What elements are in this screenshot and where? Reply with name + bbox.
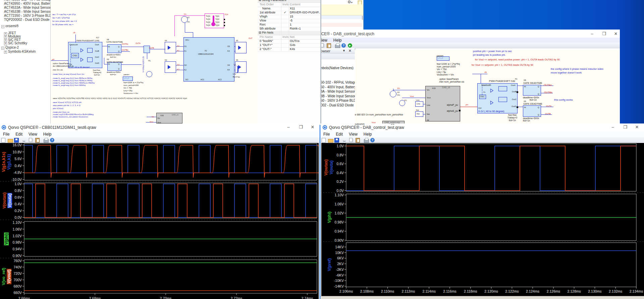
schematic-text: Voutcomm = Vin [123,92,138,94]
open-folder-icon[interactable] [328,138,333,143]
schematic-text: .lib CBB011M12GM4.lib [52,65,74,67]
sidebar-tree-item[interactable]: ACT4533A - Wide Input Sensorle [4,6,51,9]
waveform-traces [320,143,644,299]
paste-icon[interactable] [327,43,331,48]
collapse-icon[interactable]: − [1,25,4,28]
y-tick-label: 5.6V [14,157,22,161]
win2-maximize-button[interactable]: ❒ [601,31,607,37]
trace-label[interactable]: V(phi) [327,194,332,241]
menu-file[interactable]: File [320,132,333,137]
waveL-titlebar[interactable]: Qorvo QSPICE® - CBB011M12GM41_test6.qraw… [0,123,320,132]
schematic-text: deadtime=500n [523,117,539,119]
win2-minimize-button[interactable]: – [589,31,595,37]
schematic-text: .meas IL_avg2 avg I(L1) from 40/frq to 4… [52,80,92,82]
waveL-close-button[interactable]: ✕ [310,124,315,130]
waveR-close-button[interactable]: ✕ [634,124,640,130]
win2-toolbar: ✂?▶ [290,43,620,48]
sidebar-tree-item[interactable]: −onsemi® [1,24,19,28]
menu-view[interactable]: View [25,132,40,137]
menu-file[interactable]: File [0,132,12,137]
sidebar-tree-item[interactable]: TQP200002 - Dual ESD Diode [4,18,50,21]
schematic-text: Vin [427,89,430,91]
sidebar-tree-item[interactable]: ACT72350 - 160V 3-Phase BLDC/ [4,14,51,17]
sidebar-tree-item[interactable]: ACT4533B - Wide Input Sensorles [4,10,51,13]
trace-label[interactable]: V(outas) [2,183,7,218]
menu-edit[interactable]: Edit [12,132,25,137]
trace-label[interactable]: V(outa) [7,183,12,218]
menu-help[interactable]: Help [330,38,345,43]
menu-view[interactable]: View [346,132,361,137]
print-icon[interactable] [364,138,369,143]
sidebar-tree-item[interactable]: ACT43950 - 400V Input, Battery/C [4,2,51,5]
pin-square [517,106,518,108]
schematic-text: .meas IL_avg4 avg I(L1) from 900/frq [52,84,86,86]
trace-label[interactable]: V(g1,k1) [7,144,11,180]
waveR-minimize-button[interactable]: – [610,124,615,130]
print-icon[interactable] [335,43,340,48]
browser-group-label[interactable]: Symbols(Native Devices) [316,66,354,70]
sidebar-tree-item[interactable]: −Qspice-2 [1,46,19,50]
trace-label[interactable]: V(vo_ref) [1,260,6,293]
win2-titlebar[interactable]: Qorvo QSPICE® - DAB_control_test.qsch – … [290,30,620,38]
sidebar-tree-item[interactable]: +SiC Schottky [4,41,27,45]
waveL-maximize-button[interactable]: ❒ [298,124,304,130]
new-file-icon[interactable] [1,138,5,143]
new-file-icon[interactable] [322,138,326,143]
copy-icon[interactable] [29,138,32,142]
trace-label[interactable]: V(g1s,k1s) [1,144,6,180]
waveR-titlebar[interactable]: Qorvo QSPICE® - DAB_control_test.qraw – … [320,123,644,132]
win1-schematic-canvas[interactable]: tau / T = tau*frq = phi /2*pitau = phi /… [51,0,258,123]
paste-icon[interactable] [356,138,360,143]
schematic-text: deadtime=500n [523,96,539,99]
waveL-minimize-button[interactable]: – [286,124,291,130]
sidebar-tree-item[interactable]: +Symbols-KSKelvin [4,50,36,54]
schematic-text: X4 [165,40,167,42]
paste-icon[interactable] [35,138,40,143]
schematic-text: K1 [184,50,186,52]
expand-icon[interactable]: + [4,42,7,45]
save-icon[interactable] [334,138,339,143]
menu-edit[interactable]: Edit [333,132,346,137]
schematic-text: Vout [157,122,161,123]
schematic-text: .meas IL_avg3 avg I(L1) from 400/frq to … [52,82,95,84]
gear-icon[interactable]: ⚙▾ [347,0,353,4]
schematic-text: this config works [554,99,573,101]
win2-close-button[interactable]: ✕ [613,31,619,37]
open-folder-icon[interactable] [8,138,13,143]
menu-help[interactable]: Help [40,132,55,137]
save-icon[interactable] [14,138,19,143]
trace-label[interactable]: V(outa) [329,144,334,191]
sidebar-tree-item[interactable]: ACT43950-102 - RFPoL Voltage R [4,0,51,1]
expand-icon[interactable]: + [4,51,7,54]
y-tick-label: 10KV [335,251,344,255]
browser-close-icon[interactable]: ✕ [348,49,352,53]
print-icon[interactable] [44,138,49,143]
win2-schematic-canvas[interactable]: positive phi = power from pri to secpri … [355,50,619,125]
run-icon[interactable]: ▶ [348,43,352,48]
symbol-editor-row-pink [319,23,362,27]
waveR-maximize-button[interactable]: ❒ [623,124,628,130]
x-tick-label: 2.122ms [505,289,519,293]
trace-label[interactable]: V(pref) [327,243,332,287]
osc-label: OSC [480,96,485,98]
menu-help[interactable]: Help [361,132,375,137]
trace-label[interactable]: V(outas) [324,144,328,191]
help-icon[interactable]: ? [370,138,375,142]
schematic-text: X5 [236,40,238,42]
waveR-plot-area[interactable]: 1.0V0.8V0.6V0.4V0.2V0.0VV(outas)V(outa)1… [320,143,644,299]
browser-dropdown-icon[interactable]: ▼ [342,49,345,52]
collapse-icon[interactable]: − [1,47,4,50]
help-icon[interactable]: ? [341,43,346,48]
schematic-text: X8 [524,79,526,81]
copy-icon[interactable] [349,138,353,142]
trace-label[interactable]: V(vout) [7,260,11,293]
help-icon[interactable]: ? [50,138,54,142]
schematic-text: fsw [417,113,420,115]
schematic-text: OUTAs [544,84,552,87]
schematic-text: outcomm [355,123,365,125]
symbol-editor-row-blue [319,15,362,19]
waveL-plot-area[interactable]: 16.0V10.8V5.6V0.4V-4.8V-10.0VV(g1s,k1s)V… [0,143,320,299]
trace-label[interactable]: V(phi) [4,221,9,256]
scrollbar-thumb[interactable] [362,16,363,20]
schematic-text: X16 [391,123,394,125]
